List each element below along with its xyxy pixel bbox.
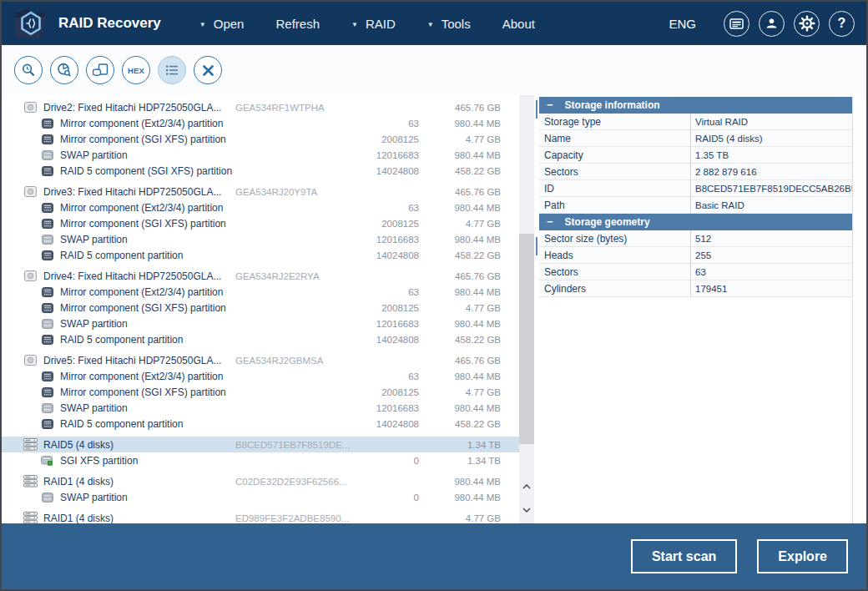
- tree-row[interactable]: Mirror component (Ext2/3/4) partition 63…: [2, 115, 519, 131]
- menu-tools[interactable]: ▼ Tools: [427, 17, 471, 31]
- tree-row[interactable]: RAID 5 component (SGI XFS) partition 140…: [2, 163, 519, 179]
- tree-row[interactable]: Mirror component (Ext2/3/4) partition 63…: [2, 200, 519, 215]
- raid-icon: [23, 475, 38, 487]
- row-name: SWAP partition: [60, 149, 128, 161]
- menu-refresh[interactable]: Refresh: [275, 17, 320, 31]
- property-value: Virtual RAID: [691, 114, 852, 129]
- tree-row[interactable]: Drive2: Fixed Hitachi HDP725050GLA... GE…: [2, 99, 519, 115]
- row-offset: 0: [373, 456, 419, 466]
- collapse-icon[interactable]: −: [547, 215, 553, 228]
- panel-splitter[interactable]: [534, 95, 539, 523]
- language-selector[interactable]: ENG: [669, 17, 696, 31]
- row-size: 4.77 GB: [419, 387, 501, 397]
- tree-row[interactable]: Mirror component (SGI XFS) partition 200…: [2, 384, 519, 400]
- row-serial: GEA534RJ20Y9TA: [235, 187, 373, 197]
- row-name: RAID5 (4 disks): [43, 439, 114, 451]
- hex-viewer-button[interactable]: HEX: [122, 56, 150, 84]
- row-size: 4.77 GB: [419, 134, 501, 144]
- tree-row[interactable]: RAID1 (4 disks) C02DE32D2E93F62566... 98…: [2, 473, 519, 489]
- header-bar: RAID Recovery ▼ Open Refresh ▼ RAID ▼ To…: [2, 2, 866, 45]
- tree-row[interactable]: RAID 5 component partition 14024808 458.…: [2, 416, 519, 432]
- menu-open[interactable]: ▼ Open: [199, 17, 245, 31]
- tree-row[interactable]: SWAP partition 12016683 980.44 MB: [2, 316, 519, 331]
- help-icon[interactable]: ?: [829, 11, 855, 37]
- explore-button[interactable]: Explore: [757, 539, 848, 573]
- partition-icon: [40, 219, 54, 229]
- storage-information-header[interactable]: − Storage information: [539, 97, 852, 114]
- news-icon[interactable]: [724, 11, 749, 37]
- info-tables: − Storage information Storage type Virtu…: [539, 97, 853, 523]
- row-size: 458.22 GB: [419, 335, 501, 345]
- scrollbar[interactable]: [519, 95, 534, 523]
- disk-image-button[interactable]: [86, 56, 114, 84]
- row-name: SWAP partition: [60, 318, 128, 330]
- tree-row[interactable]: Drive4: Fixed Hitachi HDP725050GLA... GE…: [2, 268, 519, 284]
- settings-icon[interactable]: [794, 11, 820, 37]
- row-name: SGI XFS partition: [60, 455, 138, 467]
- row-size: 980.44 MB: [419, 492, 501, 503]
- row-offset: 63: [373, 371, 419, 381]
- tree-row[interactable]: SWAP partition 12016683 980.44 MB: [2, 400, 519, 416]
- collapse-icon[interactable]: −: [547, 98, 553, 111]
- user-icon[interactable]: [759, 11, 785, 37]
- row-offset: 2008125: [373, 219, 419, 229]
- row-offset: 14024808: [373, 250, 419, 260]
- property-row: Cylinders 179451: [539, 280, 852, 297]
- swap-icon: [40, 235, 54, 245]
- tree-row[interactable]: Drive5: Fixed Hitachi HDP725050GLA... GE…: [2, 352, 519, 368]
- scroll-up-icon[interactable]: [519, 480, 534, 493]
- row-size: 458.22 GB: [419, 250, 501, 260]
- property-value: 63: [691, 264, 852, 280]
- row-size: 980.44 MB: [419, 287, 501, 297]
- info-panel: − Storage information Storage type Virtu…: [539, 95, 866, 523]
- tree-row[interactable]: Mirror component (SGI XFS) partition 200…: [2, 131, 519, 147]
- tree-row[interactable]: SWAP partition 12016683 980.44 MB: [2, 231, 519, 247]
- tree-row[interactable]: SGI XFS partition 0 1.34 TB: [2, 452, 519, 468]
- tree-row[interactable]: Mirror component (SGI XFS) partition 200…: [2, 300, 519, 316]
- scroll-down-icon[interactable]: [519, 503, 534, 517]
- scrollbar-thumb[interactable]: [519, 234, 534, 444]
- partition-icon: [40, 335, 54, 345]
- tree-row[interactable]: Mirror component (Ext2/3/4) partition 63…: [2, 368, 519, 384]
- close-button[interactable]: [194, 56, 222, 84]
- row-name: SWAP partition: [60, 234, 128, 245]
- tree-row[interactable]: RAID5 (4 disks) B8CED571EB7F8519DE... 1.…: [2, 437, 519, 452]
- close-icon: [202, 64, 214, 77]
- tree-row[interactable]: RAID 5 component partition 14024808 458.…: [2, 331, 519, 347]
- disk-analysis-button[interactable]: [50, 56, 78, 84]
- row-name: Mirror component (Ext2/3/4) partition: [60, 202, 223, 214]
- property-label: Storage type: [539, 114, 691, 129]
- row-name: Drive2: Fixed Hitachi HDP725050GLA...: [43, 102, 221, 114]
- row-size: 980.44 MB: [419, 203, 501, 213]
- tree-row[interactable]: Mirror component (Ext2/3/4) partition 63…: [2, 284, 519, 300]
- pie-chart-magnifier-icon: [56, 62, 73, 78]
- row-size: 980.44 MB: [419, 235, 501, 245]
- main-menu: ▼ Open Refresh ▼ RAID ▼ Tools About: [199, 17, 535, 31]
- row-size: 980.44 MB: [419, 477, 501, 487]
- main-area: Drive2: Fixed Hitachi HDP725050GLA... GE…: [2, 95, 866, 523]
- tree-row[interactable]: Mirror component (SGI XFS) partition 200…: [2, 215, 519, 231]
- tree-row[interactable]: SWAP partition 12016683 980.44 MB: [2, 147, 519, 163]
- tree-row[interactable]: RAID1 (4 disks) ED989FE3F2ADBE8590... 4.…: [2, 510, 519, 523]
- search-button[interactable]: [14, 56, 43, 84]
- property-value: Basic RAID: [691, 197, 852, 213]
- property-row: Sector size (bytes) 512: [539, 230, 852, 247]
- storage-geometry-header[interactable]: − Storage geometry: [539, 214, 852, 230]
- chevron-down-icon: ▼: [351, 21, 358, 28]
- tree-row[interactable]: RAID 5 component partition 14024808 458.…: [2, 247, 519, 263]
- start-scan-button[interactable]: Start scan: [631, 539, 737, 573]
- row-name: SWAP partition: [60, 402, 128, 414]
- partition-icon: [40, 166, 54, 176]
- list-view-button[interactable]: [158, 56, 186, 84]
- row-size: 980.44 MB: [419, 119, 501, 129]
- row-offset: 12016683: [373, 150, 419, 160]
- row-offset: 63: [373, 119, 419, 129]
- menu-raid[interactable]: ▼ RAID: [351, 17, 396, 31]
- tree-row[interactable]: Drive3: Fixed Hitachi HDP725050GLA... GE…: [2, 184, 519, 200]
- panel-title: Storage geometry: [565, 216, 650, 228]
- property-row: ID B8CED571EB7F8519DECC5AB26B5562: [539, 180, 852, 197]
- row-name: Drive5: Fixed Hitachi HDP725050GLA...: [43, 355, 221, 366]
- tree-row[interactable]: SWAP partition 0 980.44 MB: [2, 489, 519, 505]
- row-serial: ED989FE3F2ADBE8590...: [235, 513, 373, 523]
- menu-about[interactable]: About: [502, 17, 535, 31]
